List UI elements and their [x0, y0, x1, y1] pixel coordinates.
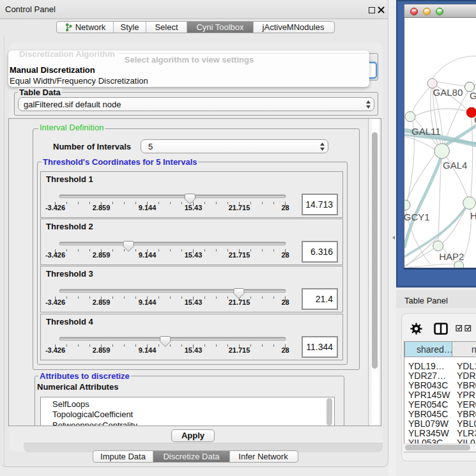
svg-text:2.859: 2.859	[93, 299, 111, 307]
svg-text:21.715: 21.715	[229, 346, 250, 354]
svg-text:GAL11: GAL11	[411, 126, 441, 137]
svg-text:GAL80: GAL80	[433, 87, 463, 98]
svg-text:9.144: 9.144	[139, 346, 157, 354]
svg-text:15.43: 15.43	[185, 251, 203, 259]
svg-text:28: 28	[281, 204, 289, 211]
svg-text:28: 28	[281, 251, 289, 259]
svg-text:15.43: 15.43	[185, 346, 203, 354]
svg-text:2.859: 2.859	[93, 204, 111, 211]
svg-text:-3.426: -3.426	[45, 299, 65, 307]
svg-text:21.715: 21.715	[229, 251, 250, 259]
svg-text:9.144: 9.144	[139, 299, 157, 307]
svg-text:9.144: 9.144	[139, 251, 157, 259]
svg-text:9.144: 9.144	[139, 204, 157, 211]
svg-text:2.859: 2.859	[93, 346, 111, 354]
svg-text:GCY1: GCY1	[404, 211, 430, 222]
svg-text:15.43: 15.43	[185, 204, 203, 211]
svg-text:21.715: 21.715	[229, 204, 250, 211]
svg-text:28: 28	[281, 299, 289, 307]
svg-text:H: H	[470, 210, 476, 221]
svg-text:28: 28	[281, 346, 289, 354]
svg-text:GAL4: GAL4	[443, 160, 467, 171]
svg-text:-3.426: -3.426	[45, 346, 65, 354]
svg-text:HAP2: HAP2	[439, 251, 464, 262]
svg-text:-3.426: -3.426	[45, 251, 65, 259]
svg-text:-3.426: -3.426	[45, 204, 65, 211]
svg-text:2.859: 2.859	[93, 251, 111, 259]
svg-text:21.715: 21.715	[229, 299, 250, 307]
svg-text:GA: GA	[470, 90, 476, 101]
svg-text:15.43: 15.43	[185, 299, 203, 307]
